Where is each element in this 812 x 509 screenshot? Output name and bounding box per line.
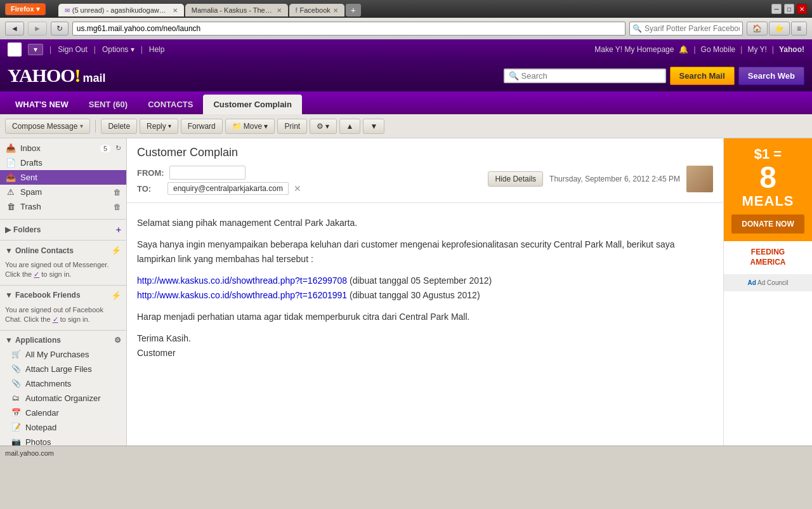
search-mail-button[interactable]: Search Mail	[670, 67, 735, 85]
sidebar-applications-header[interactable]: ▼ Applications ⚙	[0, 333, 126, 347]
yahoo-logobar: YAHOO! mail 🔍 Search Mail Search Web	[0, 60, 812, 91]
from-address-box[interactable]	[169, 166, 246, 180]
tab-kaskus[interactable]: Mamalia - Kaskus - The Largest Indo... ✕	[185, 4, 288, 17]
email-link2[interactable]: http://www.kaskus.co.id/showthread.php?t…	[137, 290, 347, 300]
forward-button[interactable]: Forward	[181, 119, 223, 134]
trash-icon: 🗑	[5, 202, 16, 211]
sidebar-facebook-header[interactable]: ▼ Facebook Friends ⚡	[0, 288, 126, 303]
tab-facebook[interactable]: f Facebook ✕	[289, 4, 344, 17]
email-body-para1: Selamat siang pihak management Central P…	[137, 216, 713, 230]
organizer-icon: 🗂	[10, 393, 22, 402]
browser-tabs: ✉ (5 unread) - agashikudogawa@rocket... …	[53, 1, 769, 17]
email-meta-left: FROM: TO: enquiry@centralparkjakarta.com…	[137, 166, 301, 195]
username-box[interactable]: ▾	[28, 44, 43, 55]
sidebar-item-inbox[interactable]: 📥 Inbox 5 ↻	[0, 141, 126, 155]
more-button[interactable]: ⚙ ▾	[310, 119, 336, 134]
tab-whats-new[interactable]: WHAT'S NEW	[5, 95, 79, 114]
prev-button[interactable]: ▲	[339, 119, 361, 134]
spam-delete-icon[interactable]: 🗑	[114, 188, 121, 197]
yahoo-navtabs: WHAT'S NEW SENT (60) CONTACTS Customer C…	[0, 91, 812, 114]
maximize-button[interactable]: □	[784, 4, 794, 14]
user-avatar	[8, 43, 22, 56]
sidebar-item-spam[interactable]: ⚠ Spam 🗑	[0, 185, 126, 199]
refresh-icon[interactable]: ↻	[115, 144, 121, 152]
sidebar-item-notepad[interactable]: 📝 Notepad	[0, 420, 126, 435]
search-input[interactable]	[521, 71, 661, 81]
sidebar-online-contacts-header[interactable]: ▼ Online Contacts ⚡	[0, 243, 126, 258]
next-button[interactable]: ▼	[363, 119, 384, 134]
tab-label: Facebook	[300, 6, 331, 14]
address-bar[interactable]	[72, 22, 625, 36]
bookmark-button[interactable]: ⭐	[769, 22, 790, 36]
sidebar-item-all-purchases[interactable]: 🛒 All My Purchases	[0, 347, 126, 362]
add-folder-icon[interactable]: +	[116, 225, 121, 235]
email-link1[interactable]: http://www.kaskus.co.id/showthread.php?t…	[137, 275, 347, 286]
messenger-signin-link[interactable]: ✓	[34, 270, 39, 278]
trash-delete-icon[interactable]: 🗑	[114, 202, 121, 211]
my-y-link[interactable]: My Y!	[747, 45, 766, 54]
sidebar: 📥 Inbox 5 ↻ 📄 Drafts 📤 Sent ⚠ Spam 🗑	[0, 138, 127, 446]
back-button[interactable]: ◄	[5, 22, 24, 36]
refresh-button[interactable]: ↻	[51, 22, 69, 36]
fb-signin-link[interactable]: ✓	[53, 315, 58, 323]
hide-details-button[interactable]: Hide Details	[488, 171, 543, 187]
home-button[interactable]: 🏠	[747, 22, 768, 36]
close-button[interactable]: ✕	[797, 4, 807, 14]
sidebar-item-drafts[interactable]: 📄 Drafts	[0, 155, 126, 170]
messenger-message: You are signed out of Messenger. Click t…	[0, 258, 126, 282]
feeding-america-logo: FEEDING AMERICA	[730, 248, 806, 267]
gear-icon[interactable]: ⚙	[114, 336, 121, 345]
facebook-expand-icon: ▼	[5, 291, 13, 300]
tab-close-icon[interactable]: ✕	[333, 7, 338, 14]
donate-button[interactable]: DONATE NOW	[731, 215, 804, 234]
sidebar-item-trash[interactable]: 🗑 Trash 🗑	[0, 199, 126, 214]
firefox-logo[interactable]: Firefox ▾	[5, 3, 46, 15]
reply-button[interactable]: Reply ▾	[140, 119, 178, 134]
yahoo-home-link[interactable]: Yahoo!	[779, 45, 804, 54]
tab-close-icon[interactable]: ✕	[277, 7, 282, 14]
yahoo-topbar: ▾ | Sign Out | Options ▾ | Help Make Y! …	[0, 39, 812, 60]
sidebar-mail-section: 📥 Inbox 5 ↻ 📄 Drafts 📤 Sent ⚠ Spam 🗑	[0, 138, 126, 216]
browser-navbar: ◄ ► ↻ 🔍 🏠 ⭐ ≡	[0, 18, 812, 39]
go-mobile-link[interactable]: Go Mobile	[701, 45, 736, 54]
options-link[interactable]: Options ▾	[102, 45, 134, 54]
email-date: Thursday, September 6, 2012 2:45 PM	[549, 175, 680, 183]
tab-contacts[interactable]: CONTACTS	[138, 95, 203, 114]
sidebar-item-auto-organizer[interactable]: 🗂 Automatic Organizer	[0, 391, 126, 406]
sidebar-item-attachments[interactable]: 📎 Attachments	[0, 376, 126, 391]
ad-content: $1 = 8 MEALS DONATE NOW	[724, 138, 812, 241]
tab-sent[interactable]: SENT (60)	[79, 95, 138, 114]
online-contacts-icon[interactable]: ⚡	[111, 246, 121, 255]
tab-yahoo-mail[interactable]: ✉ (5 unread) - agashikudogawa@rocket... …	[58, 4, 184, 17]
menu-button[interactable]: ≡	[791, 22, 807, 36]
facebook-message: You are signed out of Facebook Chat. Cli…	[0, 303, 126, 327]
bell-icon[interactable]: 🔔	[679, 45, 688, 54]
search-web-button[interactable]: Search Web	[738, 67, 804, 85]
tab-customer-complain[interactable]: Customer Complain	[203, 95, 302, 114]
print-button[interactable]: Print	[277, 119, 307, 134]
browser-search-input[interactable]	[645, 24, 740, 33]
to-address-box[interactable]: enquiry@centralparkjakarta.com	[167, 182, 289, 195]
sidebar-item-calendar[interactable]: 📅 Calendar	[0, 406, 126, 420]
sidebar-divider3	[0, 285, 126, 286]
sign-out-link[interactable]: Sign Out	[58, 45, 88, 54]
to-close-icon[interactable]: ✕	[294, 183, 301, 194]
sidebar-item-photos[interactable]: 📷 Photos	[0, 435, 126, 446]
delete-button[interactable]: Delete	[101, 119, 137, 134]
forward-button[interactable]: ►	[28, 22, 47, 36]
help-link[interactable]: Help	[149, 45, 165, 54]
sidebar-item-sent[interactable]: 📤 Sent	[0, 170, 126, 185]
move-button[interactable]: 📁 Move ▾	[225, 119, 275, 134]
ad-council-label: Ad Ad Council	[729, 279, 807, 286]
sidebar-item-attach-large[interactable]: 📎 Attach Large Files	[0, 362, 126, 376]
sidebar-folders-header[interactable]: ▶ Folders +	[0, 222, 126, 237]
tab-close-icon[interactable]: ✕	[173, 7, 178, 14]
minimize-button[interactable]: ─	[771, 4, 782, 14]
compose-button[interactable]: Compose Message ▾	[5, 119, 90, 134]
yahoo-logo[interactable]: YAHOO! mail	[8, 65, 106, 86]
tab-label: Mamalia - Kaskus - The Largest Indo...	[192, 6, 274, 14]
facebook-icon[interactable]: ⚡	[111, 291, 121, 300]
make-homepage-text[interactable]: Make Y! My Homepage	[594, 45, 674, 54]
email-body: Selamat siang pihak management Central P…	[127, 203, 723, 380]
new-tab-button[interactable]: +	[346, 4, 361, 17]
